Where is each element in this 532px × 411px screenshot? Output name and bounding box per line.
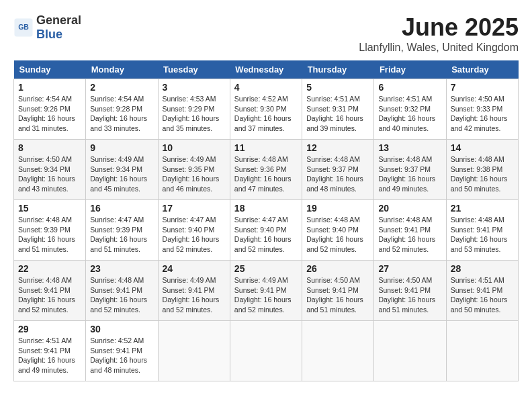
subtitle: Llanfyllin, Wales, United Kingdom xyxy=(359,42,519,54)
sunrise-text: Sunrise: 4:50 AM xyxy=(18,155,72,163)
page-header: GB General Blue June 2025 Llanfyllin, Wa… xyxy=(13,13,519,54)
daylight-text: Daylight: 16 hours and 50 minutes. xyxy=(451,295,508,314)
day-number: 29 xyxy=(18,324,81,334)
logo-text-general: General xyxy=(36,13,81,27)
calendar-cell: 1 Sunrise: 4:54 AM Sunset: 9:26 PM Dayli… xyxy=(14,79,86,140)
calendar-cell: 18 Sunrise: 4:47 AM Sunset: 9:40 PM Dayl… xyxy=(230,200,302,261)
calendar-cell: 14 Sunrise: 4:48 AM Sunset: 9:38 PM Dayl… xyxy=(446,140,518,200)
sunrise-text: Sunrise: 4:47 AM xyxy=(163,216,216,224)
daylight-text: Daylight: 16 hours and 49 minutes. xyxy=(378,175,435,193)
day-number: 25 xyxy=(234,263,298,274)
calendar-week-row: 1 Sunrise: 4:54 AM Sunset: 9:26 PM Dayli… xyxy=(14,79,519,140)
main-title: June 2025 xyxy=(359,13,519,42)
day-info: Sunrise: 4:48 AM Sunset: 9:41 PM Dayligh… xyxy=(451,215,514,255)
daylight-text: Daylight: 16 hours and 52 minutes. xyxy=(306,235,363,253)
day-number: 13 xyxy=(378,142,441,153)
daylight-text: Daylight: 16 hours and 42 minutes. xyxy=(451,114,508,132)
daylight-text: Daylight: 16 hours and 51 minutes. xyxy=(378,295,435,314)
sunset-text: Sunset: 9:41 PM xyxy=(163,286,215,294)
day-number: 2 xyxy=(90,82,153,93)
sunrise-text: Sunrise: 4:48 AM xyxy=(378,216,432,224)
calendar-cell: 8 Sunrise: 4:50 AM Sunset: 9:34 PM Dayli… xyxy=(14,140,86,200)
calendar-cell: 11 Sunrise: 4:48 AM Sunset: 9:36 PM Dayl… xyxy=(230,140,302,200)
calendar-cell: 2 Sunrise: 4:54 AM Sunset: 9:28 PM Dayli… xyxy=(86,79,158,140)
svg-text:GB: GB xyxy=(18,23,29,31)
day-info: Sunrise: 4:49 AM Sunset: 9:41 PM Dayligh… xyxy=(163,275,226,315)
sunset-text: Sunset: 9:41 PM xyxy=(306,286,359,294)
sunrise-text: Sunrise: 4:48 AM xyxy=(18,276,72,284)
day-number: 5 xyxy=(306,82,369,93)
calendar-cell: 17 Sunrise: 4:47 AM Sunset: 9:40 PM Dayl… xyxy=(158,200,230,261)
day-info: Sunrise: 4:49 AM Sunset: 9:34 PM Dayligh… xyxy=(90,154,153,194)
day-info: Sunrise: 4:51 AM Sunset: 9:41 PM Dayligh… xyxy=(451,275,514,315)
sunset-text: Sunset: 9:37 PM xyxy=(306,165,359,173)
day-number: 20 xyxy=(378,203,441,214)
day-number: 6 xyxy=(378,82,441,93)
calendar-cell: 9 Sunrise: 4:49 AM Sunset: 9:34 PM Dayli… xyxy=(86,140,158,200)
calendar-week-row: 8 Sunrise: 4:50 AM Sunset: 9:34 PM Dayli… xyxy=(14,140,519,200)
sunrise-text: Sunrise: 4:48 AM xyxy=(306,155,360,163)
daylight-text: Daylight: 16 hours and 51 minutes. xyxy=(18,235,75,253)
day-info: Sunrise: 4:51 AM Sunset: 9:41 PM Dayligh… xyxy=(18,336,81,375)
col-friday: Friday xyxy=(374,60,446,79)
day-info: Sunrise: 4:47 AM Sunset: 9:39 PM Dayligh… xyxy=(90,215,153,255)
day-info: Sunrise: 4:51 AM Sunset: 9:32 PM Dayligh… xyxy=(378,94,441,134)
day-number: 4 xyxy=(234,82,298,93)
day-number: 28 xyxy=(451,263,514,274)
calendar-cell: 25 Sunrise: 4:49 AM Sunset: 9:41 PM Dayl… xyxy=(230,261,302,321)
calendar-cell: 29 Sunrise: 4:51 AM Sunset: 9:41 PM Dayl… xyxy=(14,321,86,381)
day-info: Sunrise: 4:48 AM Sunset: 9:37 PM Dayligh… xyxy=(306,154,369,194)
col-thursday: Thursday xyxy=(302,60,374,79)
daylight-text: Daylight: 16 hours and 37 minutes. xyxy=(234,114,292,132)
daylight-text: Daylight: 16 hours and 45 minutes. xyxy=(90,175,147,193)
sunrise-text: Sunrise: 4:49 AM xyxy=(234,276,288,284)
sunset-text: Sunset: 9:34 PM xyxy=(90,165,142,173)
calendar-cell: 27 Sunrise: 4:50 AM Sunset: 9:41 PM Dayl… xyxy=(374,261,446,321)
day-info: Sunrise: 4:49 AM Sunset: 9:35 PM Dayligh… xyxy=(163,154,226,194)
daylight-text: Daylight: 16 hours and 51 minutes. xyxy=(90,235,147,253)
sunrise-text: Sunrise: 4:51 AM xyxy=(306,95,360,103)
title-area: June 2025 Llanfyllin, Wales, United King… xyxy=(359,13,519,54)
calendar-cell: 21 Sunrise: 4:48 AM Sunset: 9:41 PM Dayl… xyxy=(446,200,518,261)
sunrise-text: Sunrise: 4:48 AM xyxy=(451,155,504,163)
day-info: Sunrise: 4:47 AM Sunset: 9:40 PM Dayligh… xyxy=(234,215,298,255)
sunrise-text: Sunrise: 4:48 AM xyxy=(90,276,144,284)
logo-icon: GB xyxy=(13,17,34,38)
sunset-text: Sunset: 9:41 PM xyxy=(234,286,287,294)
sunrise-text: Sunrise: 4:48 AM xyxy=(378,155,432,163)
calendar-cell: 19 Sunrise: 4:48 AM Sunset: 9:40 PM Dayl… xyxy=(302,200,374,261)
daylight-text: Daylight: 16 hours and 52 minutes. xyxy=(234,235,292,253)
day-info: Sunrise: 4:50 AM Sunset: 9:41 PM Dayligh… xyxy=(378,275,441,315)
sunset-text: Sunset: 9:40 PM xyxy=(234,226,287,234)
daylight-text: Daylight: 16 hours and 48 minutes. xyxy=(90,356,147,374)
day-info: Sunrise: 4:54 AM Sunset: 9:28 PM Dayligh… xyxy=(90,94,153,134)
sunrise-text: Sunrise: 4:48 AM xyxy=(234,155,288,163)
sunrise-text: Sunrise: 4:50 AM xyxy=(306,276,360,284)
sunrise-text: Sunrise: 4:51 AM xyxy=(378,95,432,103)
day-info: Sunrise: 4:48 AM Sunset: 9:36 PM Dayligh… xyxy=(234,154,298,194)
col-wednesday: Wednesday xyxy=(230,60,302,79)
day-number: 7 xyxy=(451,82,514,93)
sunset-text: Sunset: 9:41 PM xyxy=(451,226,503,234)
day-number: 1 xyxy=(18,82,81,93)
sunset-text: Sunset: 9:26 PM xyxy=(18,105,71,113)
day-info: Sunrise: 4:50 AM Sunset: 9:41 PM Dayligh… xyxy=(306,275,369,315)
col-tuesday: Tuesday xyxy=(158,60,230,79)
day-number: 10 xyxy=(163,142,226,153)
sunset-text: Sunset: 9:31 PM xyxy=(306,105,359,113)
logo-text-blue: Blue xyxy=(36,28,62,41)
day-info: Sunrise: 4:48 AM Sunset: 9:40 PM Dayligh… xyxy=(306,215,369,255)
sunrise-text: Sunrise: 4:53 AM xyxy=(163,95,216,103)
sunrise-text: Sunrise: 4:52 AM xyxy=(234,95,288,103)
calendar-cell xyxy=(302,321,374,381)
day-number: 8 xyxy=(18,142,81,153)
sunrise-text: Sunrise: 4:48 AM xyxy=(306,216,360,224)
sunset-text: Sunset: 9:28 PM xyxy=(90,105,142,113)
day-number: 12 xyxy=(306,142,369,153)
calendar-cell: 15 Sunrise: 4:48 AM Sunset: 9:39 PM Dayl… xyxy=(14,200,86,261)
sunset-text: Sunset: 9:35 PM xyxy=(163,165,215,173)
calendar-cell: 24 Sunrise: 4:49 AM Sunset: 9:41 PM Dayl… xyxy=(158,261,230,321)
calendar-cell xyxy=(446,321,518,381)
sunrise-text: Sunrise: 4:52 AM xyxy=(90,336,144,345)
daylight-text: Daylight: 16 hours and 49 minutes. xyxy=(18,356,75,374)
